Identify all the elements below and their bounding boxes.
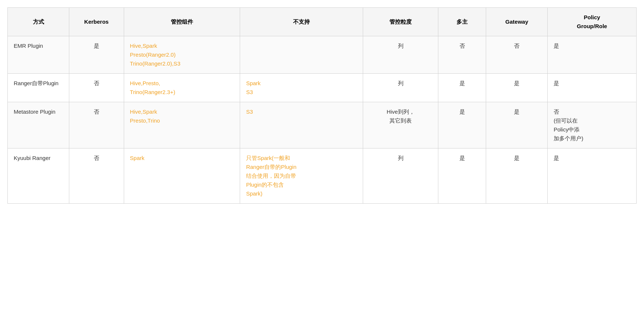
header-buzhichi: 不支持 <box>240 8 363 36</box>
cell-gateway: 是 <box>486 149 548 204</box>
orange-text: Hive,Presto,Trino(Ranger2.3+) <box>130 80 175 95</box>
cell-policy: 是 <box>548 36 637 74</box>
cell-kerberos: 是 <box>69 36 124 74</box>
cell-policy: 是 <box>548 74 637 102</box>
cell-buzhichi: S3 <box>240 102 363 149</box>
cell-guankong-lidu: 列 <box>363 36 438 74</box>
cell-buzhichi: 只管Spark(一般和Ranger自带的Plugin结合使用，因为自带Plugi… <box>240 149 363 204</box>
header-duozhu: 多主 <box>438 8 486 36</box>
orange-text: Hive,SparkPresto(Ranger2.0)Trino(Ranger2… <box>130 43 180 67</box>
table-row: EMR Plugin 是 Hive,SparkPresto(Ranger2.0)… <box>8 36 637 74</box>
orange-text: Spark <box>130 155 145 161</box>
cell-duozhu: 是 <box>438 149 486 204</box>
header-policy: Policy Group/Role <box>548 8 637 36</box>
cell-guankong: Hive,Presto,Trino(Ranger2.3+) <box>124 74 240 102</box>
cell-buzhichi: SparkS3 <box>240 74 363 102</box>
cell-buzhichi <box>240 36 363 74</box>
cell-fangshi: Metastore Plugin <box>8 102 69 149</box>
cell-policy: 否(但可以在Policy中添加多个用户) <box>548 102 637 149</box>
cell-guankong-lidu: Hive到列，其它到表 <box>363 102 438 149</box>
cell-guankong: Hive,SparkPresto,Trino <box>124 102 240 149</box>
header-fangshi: 方式 <box>8 8 69 36</box>
cell-kerberos: 否 <box>69 74 124 102</box>
table-row: Ranger自带Plugin 否 Hive,Presto,Trino(Range… <box>8 74 637 102</box>
table-row: Kyuubi Ranger 否 Spark 只管Spark(一般和Ranger自… <box>8 149 637 204</box>
cell-kerberos: 否 <box>69 149 124 204</box>
cell-gateway: 是 <box>486 74 548 102</box>
orange-text: Hive,SparkPresto,Trino <box>130 109 160 124</box>
cell-duozhu: 否 <box>438 36 486 74</box>
header-kerberos: Kerberos <box>69 8 124 36</box>
table-row: Metastore Plugin 否 Hive,SparkPresto,Trin… <box>8 102 637 149</box>
cell-fangshi: EMR Plugin <box>8 36 69 74</box>
cell-gateway: 是 <box>486 102 548 149</box>
comparison-table: 方式 Kerberos 管控组件 不支持 管控粒度 多主 Gateway Pol… <box>7 7 637 204</box>
cell-fangshi: Kyuubi Ranger <box>8 149 69 204</box>
cell-policy: 是 <box>548 149 637 204</box>
cell-guankong: Spark <box>124 149 240 204</box>
cell-kerberos: 否 <box>69 102 124 149</box>
header-row: 方式 Kerberos 管控组件 不支持 管控粒度 多主 Gateway Pol… <box>8 8 637 36</box>
cell-guankong: Hive,SparkPresto(Ranger2.0)Trino(Ranger2… <box>124 36 240 74</box>
orange-text: 只管Spark(一般和Ranger自带的Plugin结合使用，因为自带Plugi… <box>246 155 296 197</box>
orange-text: SparkS3 <box>246 80 260 95</box>
header-gateway: Gateway <box>486 8 548 36</box>
orange-text: S3 <box>246 109 253 115</box>
cell-duozhu: 是 <box>438 74 486 102</box>
header-guankong-lidu: 管控粒度 <box>363 8 438 36</box>
cell-fangshi: Ranger自带Plugin <box>8 74 69 102</box>
cell-guankong-lidu: 列 <box>363 149 438 204</box>
cell-guankong-lidu: 列 <box>363 74 438 102</box>
cell-duozhu: 是 <box>438 102 486 149</box>
cell-gateway: 否 <box>486 36 548 74</box>
header-guankong: 管控组件 <box>124 8 240 36</box>
